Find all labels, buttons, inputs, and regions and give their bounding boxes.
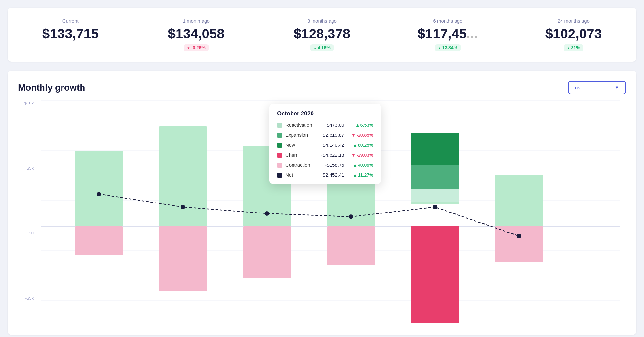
pct-down-arrow-churn: ▼: [351, 153, 356, 158]
tooltip-reactivation-row: Reactivation $473.00 ▲ 6.53%: [277, 122, 373, 128]
pct-down-arrow: ▼: [351, 133, 356, 138]
expansion-label: Expansion: [285, 132, 312, 138]
svg-rect-27: [495, 226, 543, 262]
expansion-dot: [277, 133, 282, 138]
tooltip-new-row: New $4,140.42 ▲ 80.25%: [277, 142, 373, 148]
chart-area: $10k $5k $0 -$5k: [18, 101, 626, 320]
tooltip-net-row: Net $2,452.41 ▲ 11.27%: [277, 172, 373, 178]
badge-up-arrow-6m: [438, 45, 441, 50]
growth-section: Monthly growth ns ▼ $10k $5k $0 -$5k: [8, 71, 636, 335]
svg-rect-12: [159, 226, 207, 291]
tooltip-churn-row: Churn -$4,622.13 ▼ -29.03%: [277, 152, 373, 158]
svg-point-33: [517, 234, 521, 238]
tooltip-title: October 2020: [277, 110, 373, 117]
metric-24months-value: $102,073: [521, 26, 626, 42]
metric-3months-badge: 4.16%: [310, 44, 334, 51]
svg-rect-25: [411, 226, 459, 322]
pct-up-arrow-new: ▲: [353, 143, 357, 148]
churn-value: -$4,622.13: [315, 152, 344, 158]
svg-rect-21: [411, 134, 459, 165]
svg-point-29: [181, 205, 185, 209]
chevron-down-icon: ▼: [615, 85, 619, 90]
new-dot: [277, 143, 282, 148]
y-label-5k: $5k: [27, 166, 34, 171]
chart-tooltip: October 2020 Reactivation $473.00 ▲ 6.53…: [269, 104, 381, 184]
pct-up-arrow-net: ▲: [353, 173, 357, 178]
reactivation-dot: [277, 123, 282, 128]
svg-point-31: [349, 214, 353, 219]
metric-3months-value: $128,378: [270, 26, 374, 42]
metric-1month-badge: -0.26%: [184, 44, 208, 51]
svg-rect-9: [75, 151, 123, 226]
pct-up-arrow: ▲: [355, 123, 360, 128]
svg-point-30: [265, 211, 269, 216]
expansion-value: $2,619.87: [315, 132, 344, 138]
new-pct: ▲ 80.25%: [348, 143, 373, 148]
section-title: Monthly growth: [18, 83, 85, 93]
metric-6months-badge: 13.84%: [435, 44, 461, 51]
net-label: Net: [285, 172, 312, 178]
net-pct: ▲ 11.27%: [348, 173, 373, 178]
metric-1month-value: $134,058: [144, 26, 248, 42]
net-value: $2,452.41: [315, 172, 344, 178]
y-axis: $10k $5k $0 -$5k: [18, 101, 37, 301]
pct-up-arrow-contraction: ▲: [353, 163, 357, 168]
churn-label: Churn: [285, 152, 312, 158]
metrics-row: Current $133,715 1 month ago $134,058 -0…: [8, 8, 636, 62]
badge-up-arrow-24m: [567, 45, 570, 50]
dropdown-label: ns: [575, 85, 580, 90]
svg-rect-10: [75, 226, 123, 255]
svg-point-32: [433, 205, 437, 209]
svg-rect-22: [411, 165, 459, 189]
churn-pct: ▼ -29.03%: [348, 153, 373, 158]
svg-rect-23: [411, 189, 459, 202]
contraction-dot: [277, 163, 282, 168]
section-header: Monthly growth ns ▼: [18, 81, 626, 94]
new-label: New: [285, 142, 312, 148]
metric-1month: 1 month ago $134,058 -0.26%: [133, 15, 259, 54]
metric-3months: 3 months ago $128,378 4.16%: [259, 15, 385, 54]
reactivation-value: $473.00: [315, 122, 344, 128]
new-value: $4,140.42: [315, 142, 344, 148]
metric-1month-label: 1 month ago: [144, 18, 248, 24]
metric-current: Current $133,715: [8, 15, 133, 54]
metric-24months-badge: 31%: [564, 44, 583, 51]
metric-current-value: $133,715: [18, 26, 123, 42]
reactivation-label: Reactivation: [285, 122, 312, 128]
contraction-value: -$158.75: [315, 162, 344, 168]
net-dot: [277, 173, 282, 178]
metric-3months-label: 3 months ago: [270, 18, 374, 24]
svg-rect-14: [243, 226, 291, 278]
metric-current-label: Current: [18, 18, 123, 24]
tooltip-contraction-row: Contraction -$158.75 ▲ 40.09%: [277, 162, 373, 168]
metric-24months-label: 24 months ago: [521, 18, 626, 24]
contraction-pct: ▲ 40.09%: [348, 163, 373, 168]
svg-rect-11: [159, 126, 207, 226]
contraction-label: Contraction: [285, 162, 312, 168]
metric-6months: 6 months ago $117,45... 13.84%: [385, 15, 511, 54]
svg-rect-26: [495, 175, 543, 226]
period-dropdown[interactable]: ns ▼: [568, 81, 626, 94]
svg-rect-16: [327, 226, 375, 265]
svg-point-28: [97, 192, 101, 196]
y-label-0: $0: [29, 231, 34, 235]
tooltip-expansion-row: Expansion $2,619.87 ▼ -20.85%: [277, 132, 373, 138]
churn-dot: [277, 153, 282, 158]
reactivation-pct: ▲ 6.53%: [348, 123, 373, 128]
y-label-neg5k: -$5k: [25, 296, 34, 301]
metric-6months-value: $117,45...: [395, 26, 500, 42]
metric-6months-label: 6 months ago: [395, 18, 500, 24]
metric-24months: 24 months ago $102,073 31%: [511, 15, 636, 54]
badge-up-arrow: [313, 45, 317, 50]
badge-down-arrow: [187, 45, 190, 50]
expansion-pct: ▼ -20.85%: [348, 133, 373, 138]
y-label-10k: $10k: [24, 101, 34, 105]
